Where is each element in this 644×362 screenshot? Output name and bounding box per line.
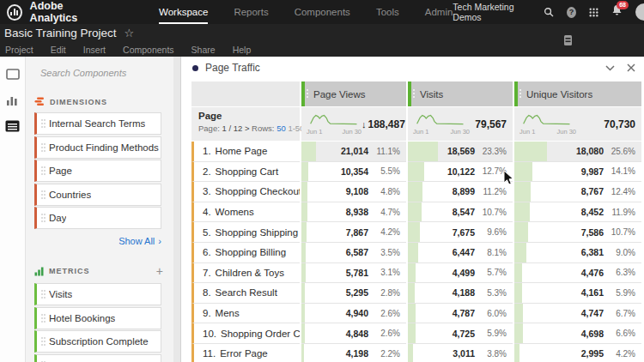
metric-cell[interactable]: 8,9384.7% <box>301 202 406 223</box>
metric-cell[interactable]: 7,58610.7% <box>514 222 641 243</box>
component-item[interactable]: Internal Search Terms <box>34 112 161 135</box>
value-bar <box>301 304 305 323</box>
metric-cell[interactable]: 4,6986.6% <box>514 323 641 344</box>
menu-edit[interactable]: Edit <box>51 45 66 55</box>
component-item[interactable]: Hotel Bookings <box>34 307 161 329</box>
value-bar <box>301 202 307 222</box>
row-label-cell[interactable]: 10. Shopping Order Confirmat... <box>191 323 300 344</box>
metric-cell[interactable]: 9,1084.8% <box>301 182 406 202</box>
row-label-cell[interactable]: 1. Home Page <box>191 142 300 162</box>
add-metric-button[interactable]: + <box>156 265 163 277</box>
close-icon[interactable] <box>627 63 635 72</box>
metric-cell[interactable]: 8,45211.9% <box>514 202 641 223</box>
component-item[interactable]: Visits <box>34 283 161 305</box>
tab-components[interactable]: Components <box>295 0 350 24</box>
visualizations-icon[interactable] <box>6 94 19 106</box>
metric-cell[interactable]: 5,7813.1% <box>301 263 406 284</box>
component-item[interactable]: Subscription Complete <box>34 330 161 353</box>
table-row: 1. Home Page 21,01411.1%18,56923.3%18,08… <box>191 142 641 162</box>
metric-percent: 11.1% <box>368 147 400 156</box>
apps-grid-icon[interactable] <box>589 7 598 18</box>
component-item[interactable]: Day <box>34 207 161 229</box>
rows-per-page[interactable]: 50 <box>276 124 286 133</box>
adobe-analytics-logo-icon[interactable] <box>7 4 22 21</box>
metric-cell[interactable]: 21,01411.1% <box>301 142 406 162</box>
metric-cell[interactable]: 4,1615.9% <box>514 283 641 304</box>
search-icon[interactable] <box>544 6 554 18</box>
metric-cell[interactable]: 5,2952.8% <box>301 283 406 304</box>
metric-cell[interactable]: 4,4995.7% <box>408 263 513 284</box>
next-page-chevron[interactable]: > <box>245 124 250 133</box>
metric-cell[interactable]: 10,12212.7% <box>408 162 513 183</box>
row-label-cell[interactable]: 7. Children & Toys <box>191 263 300 284</box>
metric-cell[interactable]: 4,7876.0% <box>408 304 513 324</box>
metric-cell[interactable]: 2,9954.2% <box>514 344 641 362</box>
row-label-cell[interactable]: 4. Womens <box>191 202 300 223</box>
row-label-cell[interactable]: 6. Shopping Billing <box>191 243 300 263</box>
row-label-cell[interactable]: 8. Search Result <box>191 283 300 304</box>
favorite-star-icon[interactable]: ☆ <box>125 27 135 39</box>
row-label-cell[interactable]: 11. Error Page <box>191 344 300 362</box>
account-name[interactable]: Tech Marketing Demos <box>453 2 531 22</box>
row-label-cell[interactable]: 5. Shopping Shipping <box>191 222 300 243</box>
user-avatar[interactable] <box>635 3 644 21</box>
page-current[interactable]: 1 <box>222 124 226 133</box>
row-name: Womens <box>216 207 254 217</box>
column-header-visits[interactable]: Visits <box>408 81 513 106</box>
metric-cell[interactable]: 9,98714.1% <box>514 162 641 183</box>
metric-cell[interactable]: 6,5873.5% <box>301 243 406 263</box>
metric-cell[interactable]: 8,89911.2% <box>408 182 513 202</box>
tab-reports[interactable]: Reports <box>234 0 268 24</box>
metric-cell[interactable]: 8,54710.7% <box>408 202 513 223</box>
help-icon[interactable]: ? <box>567 7 576 18</box>
metric-cell[interactable]: 6,3819.0% <box>514 243 641 263</box>
menu-project[interactable]: Project <box>5 45 33 55</box>
menu-insert[interactable]: Insert <box>83 45 106 55</box>
menu-help[interactable]: Help <box>233 45 252 55</box>
total-cell-unique-visitors: Jun 1Jun 30 70,730 <box>514 107 641 141</box>
row-label-cell[interactable]: 3. Shopping Checkout <box>191 182 300 202</box>
metric-cell[interactable]: 4,4766.3% <box>514 263 641 284</box>
component-item[interactable]: Countries <box>34 184 161 206</box>
metric-cell[interactable]: 8,76712.4% <box>514 182 641 202</box>
metric-cell[interactable]: 18,08025.6% <box>514 142 641 162</box>
show-all-link[interactable]: Show All› <box>26 236 161 246</box>
column-header-page-views[interactable]: Page Views <box>301 81 406 106</box>
metric-cell[interactable]: 7,8674.2% <box>301 222 406 243</box>
data-source-icon[interactable] <box>563 34 573 46</box>
metric-cell[interactable]: 4,1982.2% <box>301 344 406 362</box>
row-rank: 1. <box>203 146 211 156</box>
table-row: 4. Womens 8,9384.7%8,54710.7%8,45211.9% <box>191 202 641 223</box>
panels-icon[interactable] <box>6 69 20 80</box>
component-item-partial[interactable] <box>34 354 161 362</box>
metric-cell[interactable]: 7,6759.6% <box>408 222 513 243</box>
row-label-cell[interactable]: 2. Shopping Cart <box>191 162 300 183</box>
metric-cell[interactable]: 6,4478.1% <box>408 243 513 263</box>
column-header-unique-visitors[interactable]: Unique Visitors <box>514 81 641 106</box>
menu-share[interactable]: Share <box>191 45 216 55</box>
metric-cell[interactable]: 4,9402.6% <box>301 304 406 324</box>
sparkline-chart <box>307 112 361 125</box>
metric-cell[interactable]: 4,1885.3% <box>408 283 513 304</box>
components-table-icon[interactable] <box>5 120 20 132</box>
tab-tools[interactable]: Tools <box>376 0 399 24</box>
metric-cell[interactable]: 18,56923.3% <box>408 142 513 162</box>
metric-value: 8,938 <box>346 207 368 217</box>
component-item[interactable]: Product Finding Methods <box>34 136 161 159</box>
row-rank: 7. <box>203 268 211 278</box>
search-components-input[interactable] <box>40 68 162 78</box>
component-item[interactable]: Page <box>34 160 161 182</box>
metric-cell[interactable]: 3,0113.8% <box>408 344 513 362</box>
tab-workspace[interactable]: Workspace <box>159 0 208 24</box>
value-bar <box>514 263 522 283</box>
metric-cell[interactable]: 4,7255.9% <box>408 323 513 344</box>
menu-components[interactable]: Components <box>123 45 174 55</box>
metric-cell[interactable]: 4,7476.7% <box>514 304 641 324</box>
metric-cell[interactable]: 10,3545.5% <box>301 162 406 183</box>
tab-admin[interactable]: Admin <box>425 0 453 24</box>
row-label-cell[interactable]: 9. Mens <box>191 304 300 324</box>
value-bar <box>408 304 416 323</box>
collapse-chevron-icon[interactable] <box>605 65 615 71</box>
component-label: Day <box>49 213 66 223</box>
metric-cell[interactable]: 4,8482.6% <box>301 323 406 344</box>
